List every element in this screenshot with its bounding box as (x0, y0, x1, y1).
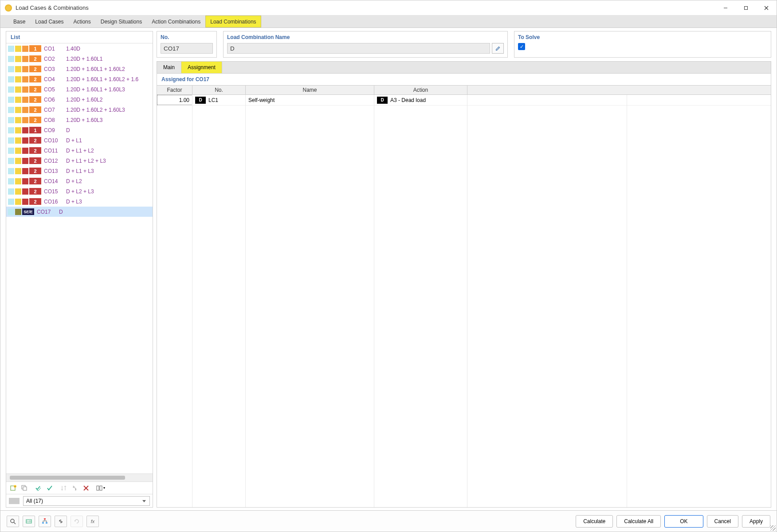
no-label: No. (161, 33, 213, 43)
combination-id: CO11 (44, 148, 66, 154)
list-panel: List 1CO11.40D2CO21.20D + 1.60L12CO31.20… (6, 31, 153, 508)
assign-row[interactable]: 1.00DLC1Self-weightDA3 - Dead load (157, 95, 771, 106)
col-no[interactable]: No. (192, 86, 246, 94)
units-icon[interactable]: 0.00 (23, 516, 35, 527)
assign-grid-body[interactable]: 1.00DLC1Self-weightDA3 - Dead load (157, 95, 771, 507)
color-chip (15, 76, 21, 82)
list-item[interactable]: 2CO15D + L2 + L3 (6, 186, 153, 196)
renumber-button[interactable]: 12 (70, 483, 80, 493)
tab-load-cases[interactable]: Load Cases (30, 16, 68, 27)
cell-action[interactable]: DA3 - Dead load (374, 95, 467, 105)
combination-list[interactable]: 1CO11.40D2CO21.20D + 1.60L12CO31.20D + 1… (6, 43, 153, 473)
hierarchy-icon[interactable] (39, 516, 51, 527)
combination-id: CO3 (44, 66, 66, 72)
list-item[interactable]: 2CO51.20D + 1.60L1 + 1.60L3 (6, 84, 153, 94)
col-action[interactable]: Action (374, 86, 467, 94)
list-item[interactable]: SE/ECO17D (6, 207, 153, 217)
combination-id: CO12 (44, 158, 66, 164)
function-icon[interactable]: fx (86, 516, 99, 527)
svg-text:0.00: 0.00 (26, 520, 31, 523)
color-chip (15, 86, 21, 93)
combination-desc: D + L1 + L3 (66, 168, 94, 174)
color-chip (8, 148, 14, 154)
list-item[interactable]: 2CO31.20D + 1.60L1 + 1.60L2 (6, 64, 153, 74)
list-item[interactable]: 2CO13D + L1 + L3 (6, 166, 153, 176)
color-chip (22, 137, 28, 144)
col-name[interactable]: Name (246, 86, 374, 94)
list-item[interactable]: 2CO41.20D + 1.60L1 + 1.60L2 + 1.6 (6, 74, 153, 84)
search-icon[interactable] (7, 516, 19, 527)
color-chip (8, 127, 14, 133)
sort-button[interactable] (59, 483, 69, 493)
color-chip (8, 117, 14, 123)
color-chip (8, 86, 14, 93)
svg-text:fx: fx (91, 519, 95, 524)
list-item[interactable]: 2CO12D + L1 + L2 + L3 (6, 156, 153, 166)
list-item[interactable]: 2CO71.20D + 1.60L2 + 1.60L3 (6, 105, 153, 115)
cell-name[interactable]: Self-weight (246, 95, 374, 105)
color-chip (15, 209, 21, 215)
ok-button[interactable]: OK (664, 515, 703, 528)
copy-item-button[interactable] (19, 483, 30, 493)
cancel-button[interactable]: Cancel (707, 515, 738, 528)
color-chip (22, 86, 28, 93)
type-badge: 1 (29, 127, 41, 133)
solve-checkbox[interactable]: ✓ (518, 43, 525, 50)
minimize-button[interactable] (715, 0, 736, 16)
edit-name-button[interactable] (492, 43, 504, 54)
combination-desc: 1.20D + 1.60L2 (66, 97, 102, 103)
type-badge: 2 (29, 198, 41, 205)
list-item[interactable]: 2CO21.20D + 1.60L1 (6, 54, 153, 64)
list-item[interactable]: 2CO14D + L2 (6, 176, 153, 186)
list-filter-row: All (17) (6, 494, 153, 507)
type-badge: 2 (29, 106, 41, 113)
check-all-button[interactable] (33, 483, 44, 493)
apply-button[interactable]: Apply (742, 515, 770, 528)
combination-desc: D + L1 + L2 + L3 (66, 158, 106, 164)
check-button[interactable] (44, 483, 55, 493)
list-item[interactable]: 2CO81.20D + 1.60L3 (6, 115, 153, 125)
action-tag: D (377, 97, 388, 104)
assign-header: Assigned for CO17 (157, 74, 771, 85)
name-label: Load Combination Name (227, 33, 504, 43)
type-badge: 1 (29, 45, 41, 52)
col-factor[interactable]: Factor (157, 86, 192, 94)
tab-load-combinations[interactable]: Load Combinations (205, 16, 261, 27)
tab-base[interactable]: Base (8, 16, 30, 27)
resize-grip[interactable] (770, 525, 776, 531)
tab-design-situations[interactable]: Design Situations (96, 16, 147, 27)
tab-actions[interactable]: Actions (68, 16, 95, 27)
cell-factor[interactable]: 1.00 (157, 95, 192, 105)
calculate-button[interactable]: Calculate (576, 515, 613, 528)
subtab-main[interactable]: Main (157, 62, 181, 73)
combination-id: CO7 (44, 107, 66, 113)
color-chip (22, 46, 28, 52)
view-mode-button[interactable]: ▾ (95, 483, 106, 493)
color-chip (22, 97, 28, 103)
name-input[interactable] (227, 43, 490, 54)
svg-rect-13 (97, 486, 99, 490)
tab-action-combinations[interactable]: Action Combinations (147, 16, 205, 27)
combination-desc: D (59, 209, 63, 215)
list-item[interactable]: 1CO11.40D (6, 43, 153, 54)
link-icon[interactable] (55, 516, 67, 527)
maximize-button[interactable] (736, 0, 756, 16)
no-input[interactable] (161, 43, 213, 54)
color-chip (8, 97, 14, 103)
delete-button[interactable] (81, 483, 91, 493)
solve-group: To Solve ✓ (514, 31, 771, 58)
list-item[interactable]: 1CO9D (6, 125, 153, 135)
combination-desc: D + L2 + L3 (66, 188, 94, 195)
cell-no[interactable]: DLC1 (192, 95, 246, 105)
subtab-assignment[interactable]: Assignment (181, 62, 222, 73)
list-hscrollbar[interactable] (6, 473, 153, 481)
new-item-button[interactable]: + (8, 483, 19, 493)
list-item[interactable]: 2CO10D + L1 (6, 135, 153, 145)
list-item[interactable]: 2CO16D + L3 (6, 196, 153, 207)
filter-select[interactable]: All (17) (23, 496, 150, 506)
list-item[interactable]: 2CO11D + L1 + L2 (6, 145, 153, 156)
close-button[interactable] (756, 0, 777, 16)
calculate-all-button[interactable]: Calculate All (616, 515, 661, 528)
list-item[interactable]: 2CO61.20D + 1.60L2 (6, 94, 153, 105)
list-toolbar: + 12 ▾ (6, 481, 153, 494)
